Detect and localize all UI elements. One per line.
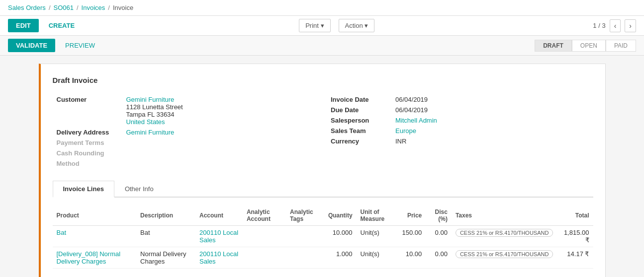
customer-address2: Tampa FL 33634 xyxy=(126,111,315,118)
breadcrumb-so061[interactable]: SO061 xyxy=(54,4,74,11)
salesperson-label: Salesperson xyxy=(327,115,391,126)
cell-total: 14.17 ₹ xyxy=(557,247,593,269)
col-account: Account xyxy=(195,206,243,226)
breadcrumb-sales-orders[interactable]: Sales Orders xyxy=(8,4,46,11)
due-date-label: Due Date xyxy=(327,105,391,115)
cell-analytic-account[interactable] xyxy=(243,247,286,269)
validate-button[interactable]: VALIDATE xyxy=(8,39,55,52)
cell-uom: Unit(s) xyxy=(357,247,398,269)
col-analytic-tags: Analytic Tags xyxy=(286,206,324,226)
cell-analytic-tags[interactable] xyxy=(286,247,324,269)
info-left: Customer Gemini Furniture 1128 Lunetta S… xyxy=(53,94,319,169)
cell-price: 150.00 xyxy=(398,226,426,247)
cell-disc: 0.00 xyxy=(426,226,452,247)
cell-account[interactable]: 200110 Local Sales xyxy=(195,226,243,247)
toolbar-center: Print ▾ Action ▾ xyxy=(85,19,589,32)
customer-value: Gemini Furniture 1128 Lunetta Street Tam… xyxy=(122,94,319,127)
breadcrumb-invoices[interactable]: Invoices xyxy=(82,4,105,11)
cell-taxes: CESS 21% or RS.4170/THOUSAND xyxy=(452,226,557,247)
currency-value: INR xyxy=(391,136,593,146)
edit-button[interactable]: EDIT xyxy=(8,19,39,32)
col-quantity: Quantity xyxy=(324,206,357,226)
tab-other-info[interactable]: Other Info xyxy=(114,181,164,197)
tabs: Invoice Lines Other Info xyxy=(53,181,593,198)
customer-country[interactable]: United States xyxy=(126,118,315,126)
cash-rounding-row: Cash Rounding xyxy=(53,148,319,158)
toolbar-right: 1 / 3 ‹ › xyxy=(593,19,636,32)
invoice-lines-table: Product Description Account Analytic Acc… xyxy=(53,206,593,269)
cell-analytic-tags[interactable] xyxy=(286,226,324,247)
cell-uom: Unit(s) xyxy=(357,226,398,247)
customer-address1: 1128 Lunetta Street xyxy=(126,103,315,111)
delivery-label: Delivery Address xyxy=(53,127,122,138)
status-paid: PAID xyxy=(606,40,636,52)
print-button[interactable]: Print ▾ xyxy=(299,19,330,32)
info-grid: Customer Gemini Furniture 1128 Lunetta S… xyxy=(53,94,593,169)
customer-name-link[interactable]: Gemini Furniture xyxy=(126,96,315,103)
cash-rounding-label: Cash Rounding xyxy=(53,148,122,158)
salesperson-value[interactable]: Mitchell Admin xyxy=(395,117,437,124)
currency-label: Currency xyxy=(327,136,391,146)
sales-team-label: Sales Team xyxy=(327,126,391,136)
customer-row: Customer Gemini Furniture 1128 Lunetta S… xyxy=(53,94,319,127)
cell-total: 1,815.00 ₹ xyxy=(557,226,593,247)
next-button[interactable]: › xyxy=(625,19,636,32)
action-button[interactable]: Action ▾ xyxy=(339,19,375,32)
status-bar: VALIDATE PREVIEW DRAFT OPEN PAID xyxy=(0,36,644,56)
payment-terms-value[interactable] xyxy=(122,138,319,148)
delivery-row: Delivery Address Gemini Furniture xyxy=(53,127,319,138)
pagination: 1 / 3 xyxy=(593,22,605,29)
invoice-date-label: Invoice Date xyxy=(327,94,391,105)
cell-product[interactable]: Bat xyxy=(53,226,137,247)
sales-team-value[interactable]: Europe xyxy=(395,127,416,135)
sales-team-row: Sales Team Europe xyxy=(327,126,593,136)
invoice-card: Draft Invoice Customer Gemini Furniture … xyxy=(39,64,606,277)
cell-description: Bat xyxy=(136,226,195,247)
breadcrumb-invoice: Invoice xyxy=(113,4,133,11)
breadcrumb-sep-2: / xyxy=(77,4,79,11)
cell-account[interactable]: 200110 Local Sales xyxy=(195,247,243,269)
customer-label: Customer xyxy=(53,94,122,127)
col-product: Product xyxy=(53,206,137,226)
due-date-row: Due Date 06/04/2019 xyxy=(327,105,593,115)
delivery-value[interactable]: Gemini Furniture xyxy=(126,129,175,136)
cell-taxes: CESS 21% or RS.4170/THOUSAND xyxy=(452,247,557,269)
due-date-value: 06/04/2019 xyxy=(391,105,593,115)
invoice-title: Draft Invoice xyxy=(53,76,593,84)
cell-quantity: 1.000 xyxy=(324,247,357,269)
prev-button[interactable]: ‹ xyxy=(610,19,621,32)
cell-price: 10.00 xyxy=(398,247,426,269)
main-content: Draft Invoice Customer Gemini Furniture … xyxy=(0,56,644,277)
payment-terms-label: Payment Terms xyxy=(53,138,122,148)
table-header-row: Product Description Account Analytic Acc… xyxy=(53,206,593,226)
cell-disc: 0.00 xyxy=(426,247,452,269)
cell-description: Normal Delivery Charges xyxy=(136,247,195,269)
col-total: Total xyxy=(557,206,593,226)
tab-invoice-lines[interactable]: Invoice Lines xyxy=(53,181,114,198)
col-description: Description xyxy=(136,206,195,226)
cell-product[interactable]: [Delivery_008] Normal Delivery Charges xyxy=(53,247,137,269)
table-row: Bat Bat 200110 Local Sales 10.000 Unit(s… xyxy=(53,226,593,247)
payment-terms-row: Payment Terms xyxy=(53,138,319,148)
method-label: Method xyxy=(53,158,122,169)
status-draft: DRAFT xyxy=(535,40,572,52)
method-row: Method xyxy=(53,158,319,169)
status-open: OPEN xyxy=(572,40,606,52)
col-price: Price xyxy=(398,206,426,226)
currency-row: Currency INR xyxy=(327,136,593,146)
col-disc: Disc (%) xyxy=(426,206,452,226)
toolbar: EDIT CREATE Print ▾ Action ▾ 1 / 3 ‹ › xyxy=(0,16,644,36)
info-right: Invoice Date 06/04/2019 Due Date 06/04/2… xyxy=(327,94,593,169)
create-button[interactable]: CREATE xyxy=(43,19,81,32)
cell-analytic-account[interactable] xyxy=(243,226,286,247)
invoice-date-value: 06/04/2019 xyxy=(391,94,593,105)
cash-rounding-value[interactable] xyxy=(122,148,319,158)
method-value[interactable] xyxy=(122,158,319,169)
col-analytic-account: Analytic Account xyxy=(243,206,286,226)
invoice-date-row: Invoice Date 06/04/2019 xyxy=(327,94,593,105)
breadcrumb-sep-3: / xyxy=(108,4,110,11)
salesperson-row: Salesperson Mitchell Admin xyxy=(327,115,593,126)
table-row: [Delivery_008] Normal Delivery Charges N… xyxy=(53,247,593,269)
breadcrumb-sep-1: / xyxy=(49,4,51,11)
preview-button[interactable]: PREVIEW xyxy=(59,39,101,52)
